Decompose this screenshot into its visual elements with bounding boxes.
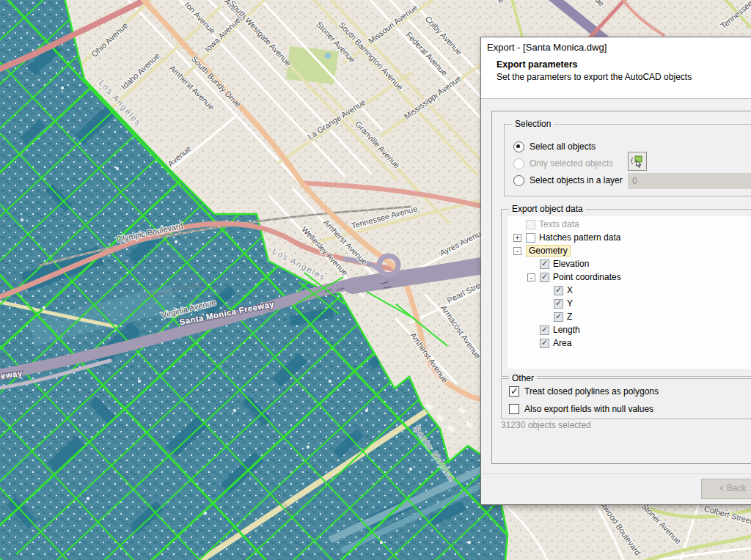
other-group: Other Treat closed polylines as polygons…: [501, 378, 751, 419]
checkbox-icon[interactable]: [540, 273, 549, 282]
tree-item-elevation[interactable]: Elevation: [508, 257, 751, 270]
parameters-panel: Selection Select all objects Only select…: [491, 111, 751, 464]
checkbox-icon[interactable]: [554, 286, 563, 295]
export-object-data-group: Export object data Texts data+Hatches pa…: [501, 209, 751, 377]
selection-group: Selection Select all objects Only select…: [504, 124, 751, 196]
radio-label: Only selected objects: [530, 158, 613, 169]
tree-item-x[interactable]: X: [508, 284, 751, 297]
tree-item-label: Elevation: [553, 259, 589, 269]
checkbox-icon[interactable]: [554, 299, 563, 309]
tree-item-label: Point coordinates: [553, 272, 621, 282]
back-button[interactable]: < Back: [701, 479, 751, 499]
radio-select-objects-in-layer[interactable]: Select objects in a layer: [513, 174, 623, 186]
export-data-tree[interactable]: Texts data+Hatches pattern data-Geometry…: [508, 216, 751, 369]
checkbox-icon[interactable]: [526, 233, 535, 243]
tree-item-area[interactable]: Area: [508, 336, 751, 350]
export-dialog: Export - [Santa Monica.dwg] Export param…: [480, 37, 751, 505]
checkbox-icon[interactable]: [509, 404, 519, 414]
tree-item-y[interactable]: Y: [508, 297, 751, 310]
tree-item-label: Hatches pattern data: [539, 232, 620, 243]
tree-item-texts-data[interactable]: Texts data: [508, 218, 751, 231]
collapse-icon[interactable]: -: [513, 247, 521, 255]
radio-button-icon: [513, 158, 524, 169]
checkbox-icon[interactable]: [540, 259, 549, 269]
tree-item-label: Area: [553, 338, 571, 348]
checkbox-label: Also export fields with null values: [524, 404, 653, 414]
collapse-icon[interactable]: -: [527, 273, 535, 281]
radio-button-icon[interactable]: [513, 141, 524, 152]
tree-item-hatches-pattern-data[interactable]: +Hatches pattern data: [508, 231, 751, 244]
checkbox-label: Treat closed polylines as polygons: [524, 386, 659, 397]
layer-number-field: 0: [628, 173, 751, 189]
radio-label: Select all objects: [530, 141, 596, 152]
dialog-title: Export - [Santa Monica.dwg]: [487, 42, 607, 53]
tree-item-label: Texts data: [539, 219, 579, 229]
checkbox-treat-closed-polylines[interactable]: Treat closed polylines as polygons: [509, 386, 659, 397]
checkbox-icon[interactable]: [509, 386, 519, 397]
tree-item-label: Y: [567, 298, 573, 309]
checkbox-icon[interactable]: [540, 325, 549, 335]
checkbox-icon: [526, 220, 535, 229]
export-group-label: Export object data: [509, 204, 586, 214]
radio-label: Select objects in a layer: [530, 175, 623, 185]
tree-item-point-coordinates[interactable]: -Point coordinates: [508, 270, 751, 284]
dialog-heading: Export parameters: [497, 59, 577, 70]
radio-button-icon[interactable]: [513, 175, 524, 186]
radio-only-selected-objects: Only selected objects: [513, 158, 613, 169]
screen: { "dialog": { "title": "Export - [Santa …: [0, 0, 751, 560]
tree-item-label: Geometry: [526, 245, 571, 257]
other-group-label: Other: [509, 373, 537, 383]
select-objects-icon: [630, 154, 645, 169]
tree-item-z[interactable]: Z: [508, 310, 751, 323]
park-area: [286, 46, 339, 84]
tree-item-label: Length: [553, 325, 580, 335]
select-objects-button[interactable]: [628, 152, 647, 171]
selection-group-label: Selection: [512, 119, 554, 129]
status-text: 31230 objects selected: [501, 420, 591, 430]
tree-item-label: X: [567, 285, 573, 295]
checkbox-icon[interactable]: [540, 339, 549, 348]
radio-select-all-objects[interactable]: Select all objects: [513, 141, 596, 152]
tree-item-geometry[interactable]: -Geometry: [508, 244, 751, 257]
expand-icon[interactable]: +: [513, 234, 521, 242]
dialog-subheading: Set the parameters to export the AutoCAD…: [497, 72, 692, 82]
footer-divider: [481, 474, 751, 474]
dialog-header: Export - [Santa Monica.dwg] Export param…: [481, 37, 751, 99]
checkbox-icon[interactable]: [554, 312, 563, 322]
checkbox-export-null-fields[interactable]: Also export fields with null values: [509, 403, 653, 415]
tree-item-label: Z: [567, 312, 572, 322]
tree-item-length[interactable]: Length: [508, 323, 751, 336]
